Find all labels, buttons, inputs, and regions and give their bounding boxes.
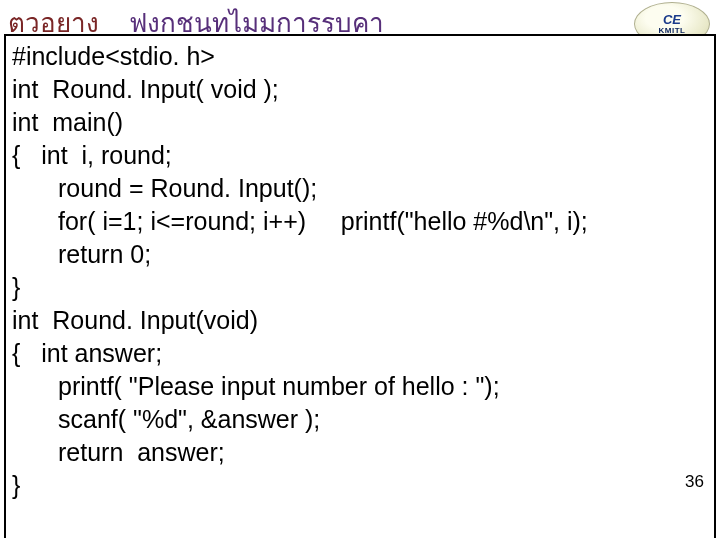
code-line: { int i, round; — [12, 139, 708, 172]
code-line: #include<stdio. h> — [12, 40, 708, 73]
code-line: int Round. Input(void) — [12, 304, 708, 337]
code-line: for( i=1; i<=round; i++) printf("hello #… — [12, 205, 708, 238]
page-number: 36 — [685, 472, 704, 492]
code-line: int Round. Input( void ); — [12, 73, 708, 106]
logo-text-top: CE — [663, 13, 681, 26]
code-seg: for( i=1; i<=round; i++) — [58, 207, 306, 235]
code-line: round = Round. Input(); — [12, 172, 708, 205]
code-line: return answer; — [12, 436, 708, 469]
code-line: { int answer; — [12, 337, 708, 370]
slide-header: ตวอยาง ฟงกชนทไมมการรบคา CE KMITL — [0, 0, 720, 34]
code-line: int main() — [12, 106, 708, 139]
code-line: } — [12, 271, 708, 304]
code-box: #include<stdio. h> int Round. Input( voi… — [4, 34, 716, 538]
code-seg: printf("hello #%d\n", i); — [341, 207, 588, 235]
code-line: return 0; — [12, 238, 708, 271]
code-line: printf( "Please input number of hello : … — [12, 370, 708, 403]
code-line: scanf( "%d", &answer ); — [12, 403, 708, 436]
code-line: } — [12, 469, 708, 502]
